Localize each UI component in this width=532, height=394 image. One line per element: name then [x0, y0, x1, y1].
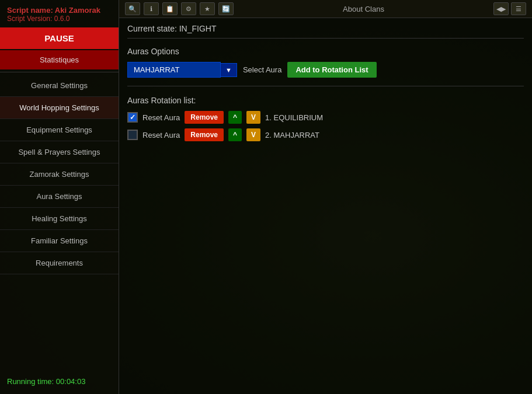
sidebar-item-equipment-settings[interactable]: Equipment Settings: [0, 119, 119, 141]
toolbar-icons-right: ◀▶ ☰: [493, 2, 526, 15]
aura-select-box[interactable]: MAHJARRAT: [127, 62, 221, 78]
script-info: Script name: Aki Zamorak Script Version:…: [0, 0, 119, 27]
toolbar-icon-info[interactable]: ℹ: [144, 2, 159, 15]
checkbox-check-icon: ✓: [130, 113, 135, 121]
sidebar-item-familiar-settings[interactable]: Familiar Settings: [0, 230, 119, 252]
sidebar-item-spell-prayers-settings[interactable]: Spell & Prayers Settings: [0, 141, 119, 163]
dropdown-arrow-icon[interactable]: ▼: [221, 63, 237, 77]
toolbar-icon-search[interactable]: 🔍: [125, 2, 140, 15]
current-state-value: IN_FIGHT: [179, 24, 217, 33]
top-bar: 🔍 ℹ 📋 ⚙ ★ 🔄 About Clans ◀▶ ☰: [119, 0, 532, 18]
script-version: Script Version: 0.6.0: [7, 15, 112, 23]
sidebar-item-world-hopping-settings[interactable]: World Hopping Settings: [0, 97, 119, 119]
aura-options-row: MAHJARRAT ▼ Select Aura Add to Rotation …: [127, 62, 524, 86]
running-time: Running time: 00:04:03: [0, 371, 119, 394]
rotation-item-2-remove-button[interactable]: Remove: [185, 128, 224, 141]
sidebar-divider-1: [0, 72, 119, 72]
rotation-item-1-down-button[interactable]: V: [246, 111, 260, 124]
toolbar-icons-left: 🔍 ℹ 📋 ⚙ ★ 🔄: [125, 2, 234, 15]
select-aura-label: Select Aura: [243, 65, 282, 74]
rotation-item-2-checkbox[interactable]: [127, 130, 138, 140]
current-state: Current state: IN_FIGHT: [127, 24, 524, 39]
aura-dropdown[interactable]: MAHJARRAT ▼: [127, 62, 237, 78]
rotation-item-2-down-button[interactable]: V: [246, 128, 260, 141]
sidebar-item-general-settings[interactable]: General Settings: [0, 75, 119, 97]
rotation-item-1-up-button[interactable]: ^: [228, 111, 242, 124]
sidebar: Script name: Aki Zamorak Script Version:…: [0, 0, 119, 394]
content-area: Current state: IN_FIGHT Auras Options MA…: [119, 18, 532, 394]
sidebar-item-requirements[interactable]: Requirements: [0, 252, 119, 274]
rotation-item-2-reset-label: Reset Aura: [142, 131, 180, 140]
rotation-item-1-checkbox[interactable]: ✓: [127, 112, 138, 123]
rotation-item-1: ✓ Reset Aura Remove ^ V 1. EQUILIBRIUM: [127, 111, 524, 124]
toolbar-icon-star[interactable]: ★: [200, 2, 215, 15]
top-bar-title: About Clans: [343, 5, 384, 13]
rotation-list-title: Auras Rotation list:: [127, 96, 524, 105]
rotation-item-1-name: 1. EQUILIBRIUM: [265, 113, 323, 122]
rotation-item-1-reset-label: Reset Aura: [142, 113, 180, 122]
toolbar-icon-settings[interactable]: ⚙: [181, 2, 196, 15]
aura-options-title: Auras Options: [127, 47, 524, 56]
main-layout: Script name: Aki Zamorak Script Version:…: [0, 0, 532, 394]
statistiques-button[interactable]: Statistiques: [0, 50, 119, 69]
sidebar-item-zamorak-settings[interactable]: Zamorak Settings: [0, 163, 119, 186]
toolbar-icon-list[interactable]: 📋: [162, 2, 178, 15]
current-state-label: Current state:: [127, 24, 177, 33]
rotation-item-2: Reset Aura Remove ^ V 2. MAHJARRAT: [127, 128, 524, 141]
main-content: 🔍 ℹ 📋 ⚙ ★ 🔄 About Clans ◀▶ ☰ Current sta…: [119, 0, 532, 394]
rotation-item-2-name: 2. MAHJARRAT: [265, 131, 319, 140]
script-name: Script name: Aki Zamorak: [7, 6, 112, 15]
rotation-item-1-remove-button[interactable]: Remove: [185, 111, 224, 124]
toolbar-icon-refresh[interactable]: 🔄: [218, 2, 234, 15]
rotation-item-2-up-button[interactable]: ^: [228, 128, 242, 141]
add-rotation-button[interactable]: Add to Rotation List: [287, 62, 376, 78]
toolbar-icon-nav[interactable]: ◀▶: [493, 2, 509, 15]
toolbar-icon-menu[interactable]: ☰: [511, 2, 526, 15]
sidebar-item-aura-settings[interactable]: Aura Settings: [0, 186, 119, 208]
sidebar-item-healing-settings[interactable]: Healing Settings: [0, 208, 119, 230]
pause-button[interactable]: PAUSE: [0, 27, 119, 49]
